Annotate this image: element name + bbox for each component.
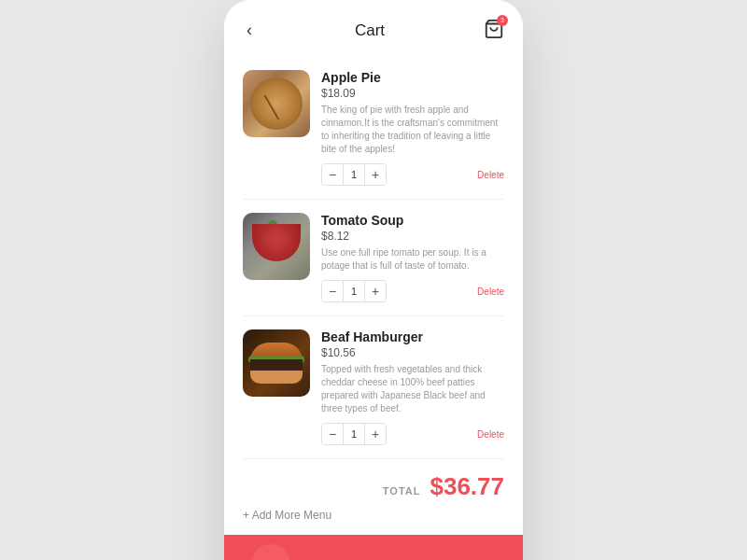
cart-item-beef-hamburger: Beaf Hamburger $10.56 Topped with fresh … (243, 316, 504, 459)
qty-value-apple-pie: 1 (343, 164, 365, 185)
item-info-apple-pie: Apple Pie $18.09 The king of pie with fr… (321, 70, 504, 186)
item-image-beef-hamburger (243, 329, 310, 397)
cart-icon-button[interactable]: 3 (484, 19, 504, 43)
cart-badge: 3 (497, 15, 508, 26)
qty-controls-beef-hamburger: − 1 + (321, 423, 387, 445)
back-button[interactable]: ‹ (243, 17, 256, 44)
cart-items-list: Apple Pie $18.09 The king of pie with fr… (224, 53, 523, 463)
page-title: Cart (355, 21, 385, 40)
delete-tomato-soup[interactable]: Delete (477, 287, 504, 297)
item-image-apple-pie (243, 70, 310, 137)
total-label: TOTAL (383, 485, 421, 497)
header: ‹ Cart 3 (224, 0, 523, 53)
qty-value-tomato-soup: 1 (343, 281, 365, 301)
footer-section: TOTAL $36.77 + Add More Menu (224, 463, 523, 535)
qty-value-beef-hamburger: 1 (343, 424, 365, 444)
delete-beef-hamburger[interactable]: Delete (477, 429, 504, 440)
item-price-beef-hamburger: $10.56 (321, 346, 504, 359)
qty-decrease-apple-pie[interactable]: − (322, 164, 343, 185)
item-name-tomato-soup: Tomato Soup (321, 213, 504, 228)
item-controls-apple-pie: − 1 + Delete (321, 163, 504, 186)
total-amount: $36.77 (430, 472, 504, 501)
item-info-tomato-soup: Tomato Soup $8.12 Use one full ripe toma… (321, 213, 504, 302)
item-desc-tomato-soup: Use one full ripe tomato per soup. It is… (321, 246, 504, 273)
item-price-apple-pie: $18.09 (321, 87, 504, 100)
item-name-apple-pie: Apple Pie (321, 70, 504, 85)
qty-increase-beef-hamburger[interactable]: + (365, 424, 386, 444)
total-row: TOTAL $36.77 (243, 472, 504, 501)
item-desc-beef-hamburger: Topped with fresh vegetables and thick c… (321, 363, 504, 415)
item-image-tomato-soup (243, 213, 310, 280)
checkout-decoration (252, 544, 289, 560)
qty-increase-apple-pie[interactable]: + (365, 164, 386, 185)
item-desc-apple-pie: The king of pie with fresh apple and cin… (321, 104, 504, 156)
add-more-button[interactable]: + Add More Menu (243, 509, 331, 522)
cart-item-apple-pie: Apple Pie $18.09 The king of pie with fr… (243, 57, 504, 200)
phone-frame: ‹ Cart 3 Apple Pie $18.09 The king of pi… (224, 0, 523, 560)
delete-apple-pie[interactable]: Delete (477, 170, 504, 180)
qty-decrease-tomato-soup[interactable]: − (322, 281, 343, 301)
cart-item-tomato-soup: Tomato Soup $8.12 Use one full ripe toma… (243, 200, 504, 316)
item-name-beef-hamburger: Beaf Hamburger (321, 329, 504, 344)
qty-increase-tomato-soup[interactable]: + (365, 281, 386, 301)
add-more-row: + Add More Menu (243, 509, 504, 522)
checkout-section: Checkout (224, 535, 523, 560)
item-info-beef-hamburger: Beaf Hamburger $10.56 Topped with fresh … (321, 329, 504, 445)
qty-decrease-beef-hamburger[interactable]: − (322, 424, 343, 444)
item-controls-tomato-soup: − 1 + Delete (321, 280, 504, 302)
qty-controls-tomato-soup: − 1 + (321, 280, 387, 302)
item-controls-beef-hamburger: − 1 + Delete (321, 423, 504, 445)
item-price-tomato-soup: $8.12 (321, 230, 504, 243)
qty-controls-apple-pie: − 1 + (321, 163, 387, 186)
